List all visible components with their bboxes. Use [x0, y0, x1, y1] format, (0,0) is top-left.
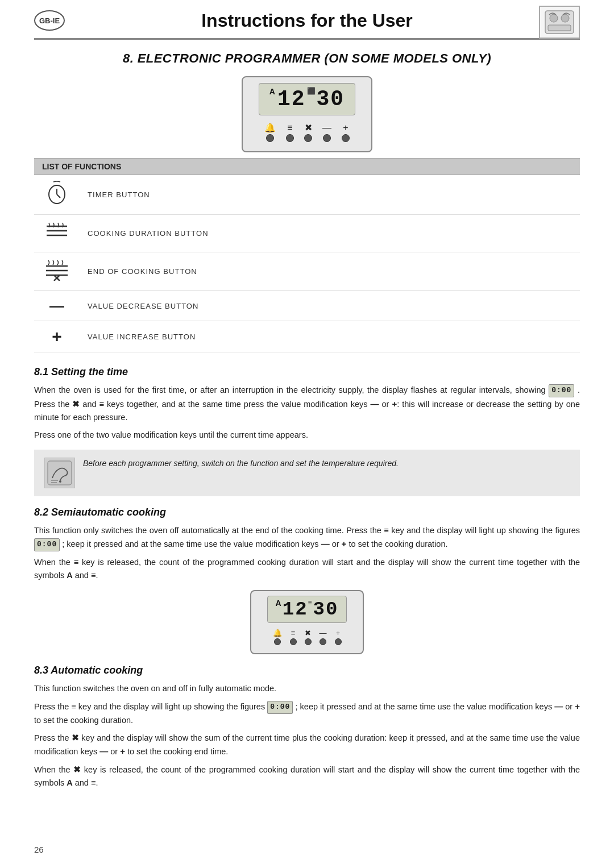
- minus-label: VALUE DECREASE BUTTON: [80, 291, 580, 321]
- section81-body1: When the oven is used for the first time…: [34, 384, 580, 424]
- end-cooking-label: END OF COOKING BUTTON: [80, 252, 580, 291]
- page-number: 26: [34, 845, 44, 854]
- function-row-minus: — VALUE DECREASE BUTTON: [34, 291, 580, 321]
- note-text-81: Before each programmer setting, switch o…: [83, 458, 399, 470]
- display-screen: A12⬛ 30: [259, 83, 355, 115]
- region-badge: GB-IE: [34, 10, 65, 31]
- timer-label: TIMER BUTTON: [80, 175, 580, 215]
- display-box-small: A12≡ 30 🔔 ≡ ✖ —: [250, 590, 364, 654]
- svg-rect-3: [548, 25, 571, 31]
- btn-cooking-duration: ≡: [286, 123, 294, 142]
- plus-label: VALUE INCREASE BUTTON: [80, 321, 580, 352]
- end-cooking-icon: [34, 252, 80, 291]
- function-row-cooking: COOKING DURATION BUTTON: [34, 215, 580, 252]
- functions-header-label: LIST OF FUNCTIONS: [34, 159, 580, 175]
- function-row-timer: TIMER BUTTON: [34, 175, 580, 215]
- btn-bell-small: 🔔: [273, 629, 282, 645]
- functions-header: LIST OF FUNCTIONS: [34, 159, 580, 175]
- programmer-display-image: A12⬛ 30 🔔 ≡ ✖ —: [34, 76, 580, 152]
- section82-body2: When the ≡ key is released, the count of…: [34, 556, 580, 582]
- cooking-duration-icon: [34, 215, 80, 252]
- btn-end-cooking: ✖: [304, 122, 312, 142]
- section83-body1: This function switches the oven on and o…: [34, 682, 580, 695]
- functions-table: LIST OF FUNCTIONS TIMER BUTTON: [34, 158, 580, 352]
- section-82: 8.2 Semiautomatic cooking This function …: [34, 506, 580, 654]
- btn-bell: 🔔: [264, 122, 276, 142]
- section83-body2: Press the ≡ key and the display will lig…: [34, 700, 580, 727]
- display-buttons-row: 🔔 ≡ ✖ — +: [264, 122, 350, 142]
- note-icon: [44, 458, 75, 488]
- section8-heading: 8. ELECTRONIC PROGRAMMER (ON SOME MODELS…: [34, 51, 580, 66]
- section82-body1: This function only switches the oven off…: [34, 524, 580, 551]
- cooking-duration-label: COOKING DURATION BUTTON: [80, 215, 580, 252]
- svg-point-16: [59, 480, 61, 483]
- btn-cooking-small: ≡: [290, 629, 297, 645]
- svg-point-1: [550, 14, 558, 22]
- minus-icon: —: [34, 291, 80, 321]
- section-83: 8.3 Automatic cooking This function swit…: [34, 665, 580, 790]
- display-screen-small: A12≡ 30: [267, 596, 347, 623]
- timer-icon: [34, 175, 80, 215]
- section81-body2: Press one of the two value modification …: [34, 429, 580, 442]
- plus-icon: +: [34, 321, 80, 352]
- section83-title: 8.3 Automatic cooking: [34, 665, 580, 676]
- function-row-plus: + VALUE INCREASE BUTTON: [34, 321, 580, 352]
- brand-logo: [539, 6, 580, 39]
- svg-line-6: [57, 194, 60, 198]
- section83-body3: Press the ✖ key and the display will sho…: [34, 732, 580, 758]
- display-buttons-small-row: 🔔 ≡ ✖ — +: [273, 629, 342, 645]
- page-header: GB-IE Instructions for the User: [34, 0, 580, 40]
- section81-title: 8.1 Setting the time: [34, 366, 580, 378]
- note-box-81: Before each programmer setting, switch o…: [34, 450, 580, 496]
- section83-body4: When the ✖ key is released, the count of…: [34, 763, 580, 790]
- btn-plus-small: +: [335, 629, 342, 645]
- btn-end-small: ✖: [305, 629, 312, 645]
- page-title: Instructions for the User: [201, 10, 413, 31]
- display-box: A12⬛ 30 🔔 ≡ ✖ —: [242, 76, 372, 152]
- btn-plus: +: [342, 123, 350, 142]
- section-81: 8.1 Setting the time When the oven is us…: [34, 366, 580, 496]
- svg-point-2: [561, 14, 569, 22]
- function-row-end: END OF COOKING BUTTON: [34, 252, 580, 291]
- btn-minus-small: —: [320, 629, 327, 645]
- programmer-display-82: A12≡ 30 🔔 ≡ ✖ —: [34, 590, 580, 654]
- btn-minus: —: [322, 123, 331, 142]
- section82-title: 8.2 Semiautomatic cooking: [34, 506, 580, 518]
